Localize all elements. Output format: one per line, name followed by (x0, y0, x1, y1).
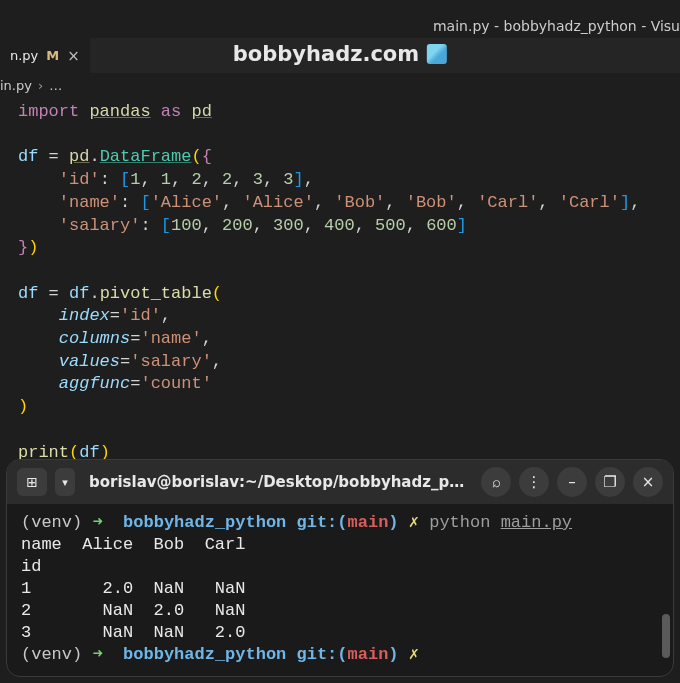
new-tab-button[interactable]: ⊞ (17, 468, 47, 496)
kwarg: aggfunc (59, 374, 130, 393)
menu-button[interactable]: ⋮ (519, 467, 549, 497)
close-button[interactable]: × (633, 467, 663, 497)
output-line: 2 NaN 2.0 NaN (21, 601, 245, 620)
keyword: import (18, 102, 79, 121)
operator: = (49, 284, 59, 303)
minimize-button[interactable]: – (557, 467, 587, 497)
module-ref: pd (69, 147, 89, 166)
close-tab-icon[interactable]: × (67, 47, 80, 65)
paren: ( (191, 147, 201, 166)
cube-icon (427, 44, 447, 64)
alias: pd (191, 102, 211, 121)
output-line: 1 2.0 NaN NaN (21, 579, 245, 598)
output-line: name Alice Bob Carl (21, 535, 245, 554)
variable: df (69, 284, 89, 303)
kwarg: columns (59, 329, 130, 348)
method: pivot_table (100, 284, 212, 303)
keyword: as (161, 102, 181, 121)
watermark-text: bobbyhadz.com (233, 42, 419, 66)
dirty-icon: ✗ (409, 513, 419, 532)
code-editor[interactable]: import pandas as pd df = pd.DataFrame({ … (0, 99, 680, 466)
watermark: bobbyhadz.com (233, 42, 447, 66)
scrollbar[interactable] (662, 614, 670, 658)
output-line: 3 NaN NaN 2.0 (21, 623, 245, 642)
terminal-body[interactable]: (venv) ➜ bobbyhadz_python git:(main) ✗ p… (7, 504, 673, 676)
maximize-button[interactable]: ❐ (595, 467, 625, 497)
tab-filename: n.py (10, 48, 38, 63)
search-button[interactable]: ⌕ (481, 467, 511, 497)
string: 'salary' (59, 216, 141, 235)
venv-indicator: (venv) (21, 513, 82, 532)
string: 'id' (59, 170, 100, 189)
string: 'name' (59, 193, 120, 212)
variable: df (18, 147, 38, 166)
prompt-arrow-icon: ➜ (92, 513, 102, 532)
git-branch: main (348, 513, 389, 532)
operator: = (49, 147, 59, 166)
chevron-right-icon: › (38, 78, 43, 93)
output-line: id (21, 557, 245, 576)
git-label: git: (297, 513, 338, 532)
brace: { (202, 147, 212, 166)
cwd: bobbyhadz_python (123, 513, 286, 532)
kwarg: index (59, 306, 110, 325)
breadcrumb-more: … (49, 78, 62, 93)
command: python (429, 513, 490, 532)
breadcrumb[interactable]: in.py › … (0, 74, 680, 99)
kwarg: values (59, 352, 120, 371)
terminal-window: ⊞ ▾ borislav@borislav:~/Desktop/bobbyhad… (6, 459, 674, 677)
variable: df (18, 284, 38, 303)
dot: . (89, 147, 99, 166)
command-arg: main.py (501, 513, 572, 532)
tab-modified-indicator: M (46, 48, 59, 63)
tab-main-py[interactable]: n.py M × (0, 38, 90, 73)
class-name: DataFrame (100, 147, 192, 166)
tab-dropdown-button[interactable]: ▾ (55, 468, 75, 496)
terminal-title: borislav@borislav:~/Desktop/bobbyhadz_py… (83, 473, 473, 491)
window-title: main.py - bobbyhadz_python - Visu (433, 18, 680, 34)
module-name: pandas (89, 102, 150, 121)
terminal-titlebar: ⊞ ▾ borislav@borislav:~/Desktop/bobbyhad… (7, 460, 673, 504)
breadcrumb-file: in.py (0, 78, 32, 93)
